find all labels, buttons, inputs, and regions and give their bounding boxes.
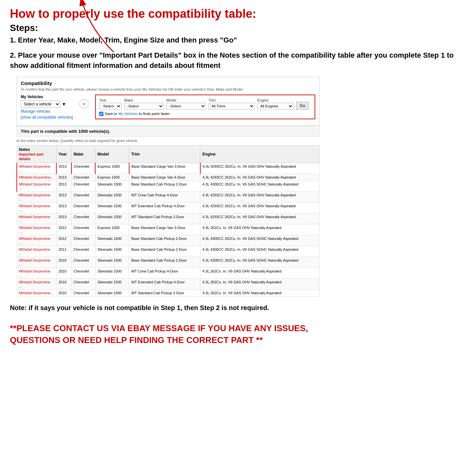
model-field: Model -Select- (166, 98, 206, 109)
cell-trim: Base Standard Cargo Van 4-Door (129, 174, 200, 181)
cell-notes: Mfrlabel:Serpentine ... (17, 257, 56, 268)
table-row: Mfrlabel:Serpentine ... 2013 Chevrolet S… (17, 191, 320, 202)
cell-trim: WT Standard Cab Pickup 2-Door (129, 289, 200, 296)
th-year: Year (56, 145, 71, 163)
th-engine: Engine (200, 145, 320, 163)
cell-year: 2013 (56, 163, 71, 174)
main-title: How to properly use the compatibility ta… (10, 7, 466, 21)
cell-notes: Mfrlabel:Serpentine ... (17, 191, 56, 202)
cell-make: Chevrolet (71, 202, 96, 213)
cell-make: Chevrolet (71, 191, 96, 202)
cell-trim: WT Extended Cab Pickup 4-Door (129, 202, 200, 213)
make-select[interactable]: -Select- (124, 103, 164, 109)
engine-select[interactable]: All Engines (257, 103, 294, 109)
select-vehicle-dropdown[interactable]: Select a vehicle (21, 100, 60, 108)
cell-notes: Mfrlabel:Serpentine ... (17, 202, 56, 213)
cell-trim: Base Standard Cargo Van 3-Door (129, 224, 200, 235)
cell-year: 2010 (56, 268, 71, 278)
cell-make: Chevrolet (71, 235, 96, 246)
cell-engine: 4.3L 4293CC 262Cu. In. V6 GAS OHV Natura… (200, 191, 320, 202)
cell-notes: Mfrlabel:Serpentine ... (17, 268, 56, 278)
cell-model: Silverado 1500 (95, 278, 129, 289)
cell-model: Silverado 1500 (95, 235, 129, 246)
my-vehicles-label: My Vehicles (21, 95, 73, 99)
cell-notes: Mfrlabel:Serpentine ... (17, 181, 56, 191)
cell-make: Chevrolet (71, 278, 96, 289)
cell-make: Chevrolet (71, 174, 96, 181)
save-checkbox-row: Save to My Vehicles to finds parts faste… (99, 112, 311, 116)
go-button[interactable]: Go (296, 102, 309, 110)
trim-label: Trim (209, 98, 255, 102)
year-field: Year -Select- (99, 98, 122, 109)
cell-year: 2012 (56, 235, 71, 246)
cell-trim: Base Standard Cab Pickup 2-Door (129, 181, 200, 191)
step-1-text: 1. Enter Year, Make, Model, Trim, Engine… (10, 36, 466, 44)
compat-title: Compatibility (21, 80, 315, 86)
cell-notes: Mfrlabel:Serpentine ... (17, 213, 56, 224)
make-label: Make (124, 98, 164, 102)
table-row: Mfrlabel:Serpentine ... 2011 Chevrolet S… (17, 246, 320, 257)
trim-field: Trim All Trims (209, 98, 255, 109)
engine-label: Engine (257, 98, 294, 102)
cell-engine: 4.3L 4293CC 262Cu. In. V6 GAS OHV Natura… (200, 202, 320, 213)
th-notes-label: Notes (19, 147, 30, 152)
cell-year: 2010 (56, 289, 71, 296)
manage-vehicles-link[interactable]: Manage vehicles (21, 109, 73, 114)
cell-year: 2011 (56, 246, 71, 257)
save-text: Save to (105, 112, 117, 116)
cell-notes: Mfrlabel:Serpentine... (17, 289, 56, 296)
save-checkbox[interactable] (99, 112, 103, 116)
table-row: Mfrlabel:Serpentine ... 2010 Chevrolet S… (17, 268, 320, 278)
table-row: Mfrlabel:Serpentine ... 2010 Chevrolet S… (17, 278, 320, 289)
cell-make: Chevrolet (71, 289, 96, 296)
cell-model: Silverado 1500 (95, 246, 129, 257)
steps-heading: Steps: (10, 23, 466, 33)
cell-trim: WT Extended Cab Pickup 4-Door (129, 278, 200, 289)
cell-year: 2013 (56, 202, 71, 213)
cell-notes: Mfrlabel:Serpentine ... (17, 278, 56, 289)
cell-engine: 4.3L 262Cu. In. V6 GAS OHV Naturally Asp… (200, 278, 320, 289)
table-row: Mfrlabel:Serpentine ... 2010 Chevrolet S… (17, 257, 320, 268)
cell-model: Silverado 1500 (95, 202, 129, 213)
my-vehicles-link[interactable]: My Vehicles (118, 112, 138, 116)
engine-field: Engine All Engines (257, 98, 294, 109)
th-notes-sub: Important part details (19, 152, 44, 161)
note-text: Note: if it says your vehicle is not com… (10, 303, 339, 312)
cell-model: Silverado 1500 (95, 257, 129, 268)
cell-model: Express 1500 (95, 174, 129, 181)
ymm-section: Year -Select- Make -Select- Model -Selec… (95, 95, 315, 119)
cell-make: Chevrolet (71, 181, 96, 191)
cell-engine: 4.3L 4300CC 262Cu. In. V6 GAS SOHC Natur… (200, 257, 320, 268)
cell-year: 2013 (56, 213, 71, 224)
cell-trim: Base Standard Cab Pickup 2-Door (129, 257, 200, 268)
cell-notes: Mfrlabel:Serpentine ... (17, 235, 56, 246)
cell-make: Chevrolet (71, 268, 96, 278)
contact-text: **PLEASE CONTACT US VIA EBAY MESSAGE IF … (10, 322, 339, 346)
cell-model: Silverado 1500 (95, 181, 129, 191)
model-select[interactable]: -Select- (166, 103, 206, 109)
cell-engine: 4.3L 4300CC 262Cu. In. V6 GAS SOHC Natur… (200, 246, 320, 257)
cell-engine: 4.3L 262Cu. In. V6 GAS OHV Naturally Asp… (200, 289, 320, 296)
year-label: Year (99, 98, 122, 102)
cell-trim: Base Standard Cab Pickup 2-Door (129, 246, 200, 257)
contact-section: **PLEASE CONTACT US VIA EBAY MESSAGE IF … (10, 322, 339, 346)
cell-trim: Base Standard Cargo Van 3-Door (129, 163, 200, 174)
compatibility-widget: Compatibility To confirm that this part … (16, 77, 320, 126)
cell-notes: Mfrlabel:Serpentine... (17, 174, 56, 181)
th-trim: Trim (129, 145, 200, 163)
save-rest-text: to finds parts faster (139, 112, 170, 116)
cell-year: 2013 (56, 181, 71, 191)
cell-engine: 4.3L 4293CC 262Cu. In. V6 GAS OHV Natura… (200, 213, 320, 224)
table-header-row: Notes Important part details Year Make M… (17, 145, 320, 163)
cell-make: Chevrolet (71, 224, 96, 235)
cell-year: 2012 (56, 224, 71, 235)
cell-engine: 4.3L 4293CC 262Cu. In. V6 GAS OHV Natura… (200, 163, 320, 174)
note-section: Note: if it says your vehicle is not com… (10, 303, 339, 312)
table-row: Mfrlabel:Serpentine ... 2013 Chevrolet E… (17, 163, 320, 174)
show-all-link[interactable]: [show all compatible vehicles] (21, 115, 73, 120)
year-select[interactable]: -Select- (99, 103, 122, 109)
cell-engine: 4.3L 4300CC 262Cu. In. V6 GAS SOHC Natur… (200, 181, 320, 191)
cell-model: Silverado 1500 (95, 191, 129, 202)
cell-year: 2013 (56, 191, 71, 202)
trim-select[interactable]: All Trims (209, 103, 255, 109)
